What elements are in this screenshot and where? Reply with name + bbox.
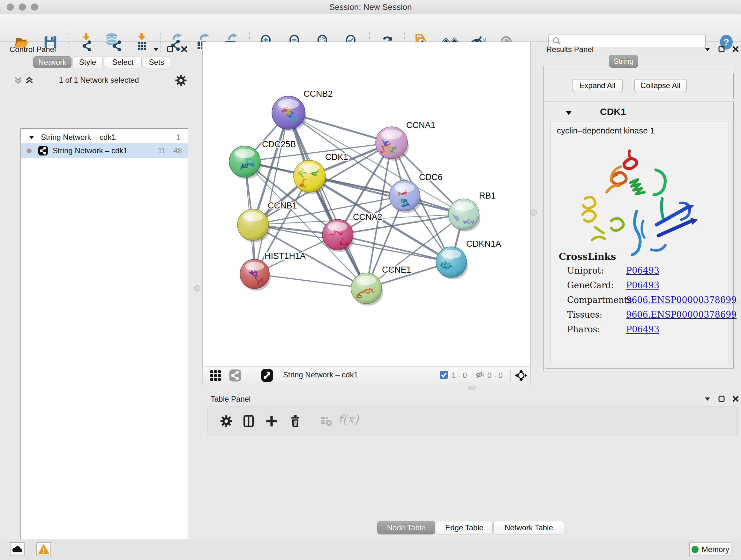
collapse-all-networks-icon[interactable] <box>13 75 23 86</box>
node-label-RB1: RB1 <box>479 191 496 200</box>
table-toolbar: f(x) <box>207 406 738 435</box>
selected-counts: 1 - 0 <box>452 371 467 380</box>
node-label-CDKN1A: CDKN1A <box>466 239 501 249</box>
current-network-title: String Network – cdk1 <box>283 370 358 379</box>
window-title: Session: New Session <box>0 2 741 12</box>
footer-separator <box>472 369 472 382</box>
fit-selected-crosshair-icon[interactable] <box>515 369 528 382</box>
delete-column-trash-icon[interactable] <box>288 414 302 428</box>
memory-label: Memory <box>702 545 730 554</box>
tab-edge-table[interactable]: Edge Table <box>436 521 493 535</box>
warning-button[interactable] <box>37 542 51 556</box>
network-row[interactable]: String Network – cdk1 11 48 <box>21 143 188 158</box>
status-bar: Memory <box>0 539 741 560</box>
crosslink-label-1: GeneCard: <box>567 280 614 290</box>
crosslink-label-3: Tissues: <box>567 310 603 320</box>
titlebar: Session: New Session <box>0 0 741 14</box>
network-tree: String Network – cdk1 1 String Network –… <box>20 128 188 560</box>
tab-sets[interactable]: Sets <box>143 56 170 68</box>
network-options-gear-icon[interactable] <box>174 74 188 87</box>
gene-description: cyclin–dependent kinase 1 <box>557 126 655 136</box>
tree-collapse-icon[interactable] <box>28 134 35 141</box>
collection-count: 1 <box>177 133 181 142</box>
selected-checkbox-icon[interactable] <box>440 370 448 379</box>
network-edge-HIST1H1A-CCNE1[interactable] <box>255 274 366 288</box>
expand-all-button[interactable]: Expand All <box>572 79 623 92</box>
table-panel-float-icon[interactable] <box>718 395 725 402</box>
network-edge-count: 48 <box>173 146 182 155</box>
results-panel: Results Panel String Expand All Collapse… <box>532 42 741 387</box>
network-node-CDK1[interactable] <box>293 160 327 194</box>
tab-select[interactable]: Select <box>104 56 142 68</box>
tab-style[interactable]: Style <box>72 56 103 68</box>
crosslinks-title: CrossLinks <box>559 251 616 262</box>
network-node-CDKN1A[interactable] <box>436 247 468 279</box>
control-panel-float-icon[interactable] <box>166 46 174 53</box>
gene-section-box: CDK1 cyclin–dependent kinase 1 <box>545 102 734 369</box>
results-panel-title: Results Panel <box>546 45 594 54</box>
function-builder-icon: f(x) <box>338 412 359 426</box>
expand-collapse-box: Expand All Collapse All <box>545 73 734 99</box>
node-label-CCNB1: CCNB1 <box>268 201 297 210</box>
main-toolbar: ? <box>0 14 741 42</box>
left-splitter-handle[interactable] <box>194 285 200 292</box>
node-label-CDC6: CDC6 <box>419 172 443 182</box>
network-node-RB1[interactable] <box>448 199 480 232</box>
network-collection-row[interactable]: String Network – cdk1 1 <box>21 131 188 143</box>
tab-network[interactable]: Network <box>33 56 71 68</box>
table-panel-title: Table Panel <box>211 395 251 403</box>
control-panel-collapse-icon[interactable] <box>152 46 159 53</box>
tab-node-table[interactable]: Node Table <box>377 521 435 535</box>
network-status-dot-icon <box>27 148 31 153</box>
control-panel-close-icon[interactable] <box>181 46 188 53</box>
footer-separator <box>248 369 248 382</box>
node-label-CDK1: CDK1 <box>325 152 348 162</box>
crosslink-label-0: Uniprot: <box>567 266 604 275</box>
gene-name: CDK1 <box>600 106 626 117</box>
control-panel-title: Control Panel <box>10 45 56 54</box>
network-node-HIST1H1A[interactable] <box>240 259 271 291</box>
cloud-button[interactable] <box>10 542 24 556</box>
crosslink-link-3[interactable]: 9606.ENSP00000378699 <box>626 310 737 320</box>
tab-string[interactable]: String <box>609 55 638 68</box>
control-panel: Control Panel NetworkStyleSelectSets 1 o… <box>0 42 199 534</box>
results-panel-float-icon[interactable] <box>718 46 725 53</box>
gene-details-box: cyclin–dependent kinase 1 <box>550 122 729 364</box>
collapse-all-button[interactable]: Collapse All <box>634 79 687 92</box>
network-edge-CCNB2-HIST1H1A[interactable] <box>255 113 288 274</box>
network-edge-CCNB2-CCNE1[interactable] <box>288 113 366 288</box>
network-node-CCNE1[interactable] <box>351 273 383 306</box>
crosslink-link-1[interactable]: P06493 <box>626 280 659 290</box>
crosslink-link-4[interactable]: P06493 <box>626 324 659 334</box>
network-node-CDC25B[interactable] <box>229 146 262 179</box>
birds-eye-view-icon[interactable] <box>261 368 273 382</box>
table-settings-gear-icon[interactable] <box>219 414 233 428</box>
expand-all-networks-icon[interactable] <box>24 75 35 86</box>
memory-button[interactable]: Memory <box>689 543 731 556</box>
hidden-eye-slash-icon[interactable] <box>475 370 485 379</box>
network-edges <box>245 113 464 288</box>
network-canvas[interactable]: CCNB2CCNA1CDC25BCDK1CDC6RB1CCNB1CCNA2CDK… <box>202 42 531 366</box>
network-view-toolbar: String Network – cdk1 1 - 0 0 - 0 <box>202 366 531 384</box>
gene-collapse-icon[interactable] <box>565 109 572 117</box>
hidden-counts: 0 - 0 <box>487 371 502 380</box>
results-panel-close-icon[interactable] <box>732 46 739 53</box>
crosslink-link-2[interactable]: 9606.ENSP00000378699 <box>626 295 737 305</box>
table-panel-collapse-icon[interactable] <box>704 395 711 402</box>
network-node-CDC6[interactable] <box>389 180 421 213</box>
create-column-plus-icon[interactable] <box>265 414 279 428</box>
results-panel-collapse-icon[interactable] <box>704 46 711 53</box>
network-node-CCNA1[interactable] <box>376 127 409 161</box>
network-list-header: 1 of 1 Network selected <box>13 74 188 88</box>
grid-view-icon[interactable] <box>210 370 221 381</box>
table-panel-close-icon[interactable] <box>732 395 739 402</box>
node-label-HIST1H1A: HIST1H1A <box>265 251 306 261</box>
tab-network-table[interactable]: Network Table <box>493 521 564 535</box>
crosslink-link-0[interactable]: P06493 <box>626 266 659 275</box>
node-label-CCNB2: CCNB2 <box>304 89 333 99</box>
crosslink-label-2: Compartments: <box>567 295 635 305</box>
show-columns-icon[interactable] <box>242 414 256 428</box>
network-view-share-icon[interactable] <box>229 369 242 382</box>
node-label-CDC25B: CDC25B <box>262 139 296 149</box>
network-selection-status: 1 of 1 Network selected <box>51 76 147 84</box>
